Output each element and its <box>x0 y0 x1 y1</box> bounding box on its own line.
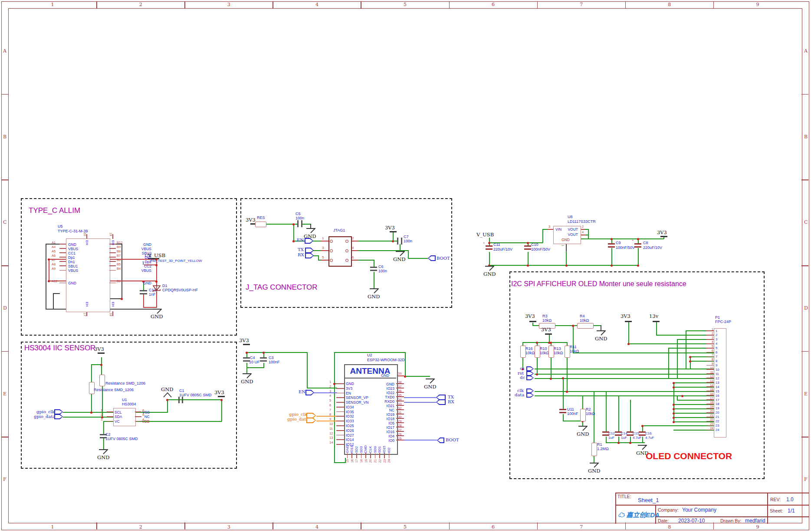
date-label: Date: <box>658 518 669 523</box>
pin-name: SBU1 <box>68 264 78 268</box>
pin-row: 28 IO17 <box>327 425 404 429</box>
c9-value: 100nF/50V <box>616 245 635 250</box>
power-bar <box>390 231 397 232</box>
eda-logo: ☁ 嘉立创EDA <box>618 510 660 519</box>
pin-number: 4 <box>352 246 362 255</box>
boot-net-flag <box>437 437 444 443</box>
pin-stub <box>375 453 376 458</box>
c1-ref: C1 <box>179 388 184 393</box>
c15-value: 4.7uF <box>633 436 641 440</box>
d1-ref: D1 <box>162 284 167 288</box>
pin-name: VBUS <box>68 268 78 273</box>
3v3-power-flag: 3V3 <box>657 229 667 235</box>
pin-number: B8 <box>117 249 121 253</box>
pin-stub <box>109 248 116 249</box>
pin-number: 2 <box>101 413 102 417</box>
pin-stub <box>109 265 116 266</box>
3v3-power-flag: 3V3 <box>239 337 249 343</box>
oled-connector-label: OLED CONNECTOR <box>646 451 732 461</box>
res-label: RES <box>257 215 265 220</box>
pin-number: 26 <box>398 432 401 436</box>
pin-name: SD3 <box>359 446 363 453</box>
pin-number: 2 <box>582 225 584 228</box>
pin-stub <box>365 453 366 458</box>
pin-row: 4 VDD <box>135 419 178 424</box>
frame-label: B <box>3 134 7 140</box>
cap-plus-sign: + <box>483 241 485 245</box>
p1-part: FPC-24P <box>715 320 731 324</box>
pin-name: IO16 <box>387 430 394 434</box>
pin-row: 16 16 <box>703 393 729 398</box>
frame-label: A <box>3 48 7 54</box>
pin-number-inner: 6 <box>716 350 717 354</box>
pin-row: 20 20 <box>703 411 729 415</box>
pin-name: VDD <box>142 419 150 424</box>
date-value: 2023-07-10 <box>678 518 705 524</box>
gnd-label: GND <box>368 294 380 300</box>
r1-value: 1.2MΩ <box>597 447 609 451</box>
pin-stub <box>109 270 116 271</box>
frame-label: 1 <box>51 524 54 530</box>
resistor <box>99 375 105 386</box>
r2-value: 10kΩ <box>586 411 595 416</box>
vusb-net-label: V_USB <box>476 232 494 238</box>
frame-tick <box>1 94 8 95</box>
pin-number: 3 <box>322 246 332 255</box>
c11-ref: C11 <box>493 242 500 247</box>
pin-number: A7 <box>52 258 56 262</box>
3v3-power-flag: 3V3 <box>214 389 224 395</box>
pin-number: B6 <box>117 258 121 262</box>
pin-row: 11 11 <box>703 372 729 376</box>
frame-label: 3 <box>227 2 230 7</box>
jtag-title: J_TAG CONNECTOR <box>246 283 318 292</box>
pin-number: A1 <box>52 241 56 245</box>
pin-row: A1 GND <box>51 242 103 246</box>
frame-label: 9 <box>756 524 759 530</box>
gnd-symbol <box>306 228 315 233</box>
pin-cell: SD1 22 <box>378 438 382 466</box>
c12-value: 1uF <box>608 436 614 440</box>
titleblock-line <box>615 493 809 493</box>
pin-number: 22 <box>378 459 382 463</box>
pin-row: A9 VBUS <box>51 268 103 273</box>
titleblock-line <box>615 505 809 506</box>
boot-net-label: BOOT <box>437 256 450 261</box>
pin-row: A5 CC1 <box>51 251 103 255</box>
pin-name: CC1 <box>68 251 76 255</box>
pin-number: B4 <box>117 267 121 271</box>
pin-row: 33 IO21 <box>327 403 404 408</box>
u11-ref: U11 <box>567 407 574 411</box>
pin-number-inner: 23 <box>716 424 719 428</box>
type-c-title: TYPE_C ALLIM <box>29 206 80 215</box>
gnd-label: GND <box>97 454 109 460</box>
r16-value: 10kΩ <box>525 351 535 355</box>
gpio-data-net-flag <box>54 414 63 419</box>
r10-ref: R10 <box>540 346 547 351</box>
pin-name: Dp1 <box>68 255 75 260</box>
boot-net-flag <box>428 255 436 261</box>
pin-number-inner: 11 <box>716 372 719 376</box>
pin-number: 17 <box>355 459 358 463</box>
esp32-bottom-pins: GND 15 IO13 16 SD2 17 SD3 18 CMD 19 CLK … <box>345 438 391 466</box>
pin-row: 23 23 <box>703 424 729 428</box>
pin-cell: SD2 17 <box>354 438 359 466</box>
pin-name: IO2 <box>387 447 391 453</box>
pin-name: IO21 <box>387 404 394 408</box>
pin-row: 31 IO19 <box>327 412 404 416</box>
pin-number-inner: 12 <box>716 376 719 380</box>
pin-number-inner: 16 <box>716 394 719 398</box>
gnd-label: GND <box>393 256 405 262</box>
dc-net-flag <box>526 375 534 380</box>
rev-label: REV: <box>770 497 781 502</box>
pin-name: IO19 <box>387 412 394 417</box>
pin-stub <box>706 369 714 370</box>
pin-name: IO5 <box>388 421 394 425</box>
pin-number: 35 <box>398 393 401 397</box>
r10-value: 10kΩ <box>540 351 549 355</box>
gnd-symbol <box>242 373 252 379</box>
jtag-ref: JTAG1 <box>333 228 345 232</box>
gnd-label: GND <box>595 336 607 342</box>
u1-part: HS3004 <box>122 402 136 406</box>
frame-tick <box>361 1 361 8</box>
resistor-label: Resistance SMD_1206 <box>94 388 134 392</box>
